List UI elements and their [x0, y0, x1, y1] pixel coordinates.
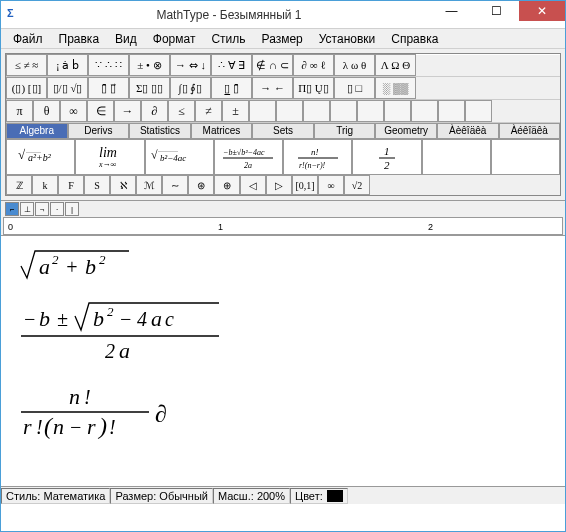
- svg-text:a: a: [151, 306, 162, 331]
- palette-btn-r3-10[interactable]: [276, 100, 303, 122]
- palette-btn-r3-0[interactable]: π: [6, 100, 33, 122]
- palette-btn-r3-1[interactable]: θ: [33, 100, 60, 122]
- menu-format[interactable]: Формат: [145, 30, 204, 48]
- small-btn-2[interactable]: F: [58, 175, 84, 195]
- palette-btn-r2-9[interactable]: ░ ▒▒: [375, 77, 416, 99]
- small-btn-11[interactable]: [0,1]: [292, 175, 318, 195]
- palette-btn-r2-5[interactable]: ▯̲ ▯̄: [211, 77, 252, 99]
- minimize-button[interactable]: —: [429, 1, 474, 21]
- palette-btn-r2-4[interactable]: ∫▯ ∮▯: [170, 77, 211, 99]
- ruler-tab-center[interactable]: ⊥: [20, 202, 34, 216]
- palette-btn-r3-3[interactable]: ∈: [87, 100, 114, 122]
- template-limit[interactable]: limx→∞: [75, 139, 144, 175]
- palette-btn-r3-13[interactable]: [357, 100, 384, 122]
- small-btn-6[interactable]: ∼: [162, 175, 188, 195]
- palette-btn-r3-16[interactable]: [438, 100, 465, 122]
- palette-btn-r2-6[interactable]: → ←: [252, 77, 293, 99]
- tab-àéêîäêà[interactable]: Àéêîäêà: [499, 123, 561, 139]
- template-discriminant[interactable]: √________b²−4ac: [145, 139, 214, 175]
- small-btn-9[interactable]: ◁: [240, 175, 266, 195]
- palette-btn-r3-15[interactable]: [411, 100, 438, 122]
- template-quadratic[interactable]: −b±√b²−4ac2a: [214, 139, 283, 175]
- ruler-tab-right[interactable]: ¬: [35, 202, 49, 216]
- palette-btn-r1-1[interactable]: ¡ ȧ ḃ: [47, 54, 88, 76]
- tab-derivs[interactable]: Derivs: [68, 123, 130, 139]
- svg-text:b: b: [93, 306, 104, 331]
- tab-sets[interactable]: Sets: [252, 123, 314, 139]
- palette-btn-r3-12[interactable]: [330, 100, 357, 122]
- close-button[interactable]: ✕: [519, 1, 565, 21]
- small-btn-10[interactable]: ▷: [266, 175, 292, 195]
- palette-btn-r1-6[interactable]: ∉ ∩ ⊂: [252, 54, 293, 76]
- maximize-button[interactable]: ☐: [474, 1, 519, 21]
- tab-trig[interactable]: Trig: [314, 123, 376, 139]
- palette-btn-r2-2[interactable]: ▯̄ ▯⃗: [88, 77, 129, 99]
- small-btn-0[interactable]: ℤ: [6, 175, 32, 195]
- small-btn-3[interactable]: S: [84, 175, 110, 195]
- palette-btn-r1-3[interactable]: ± • ⊗: [129, 54, 170, 76]
- svg-text:lim: lim: [99, 145, 117, 160]
- template-empty-1[interactable]: [422, 139, 491, 175]
- tab-àèêîäêà[interactable]: Àèêîäêà: [437, 123, 499, 139]
- palette-btn-r1-9[interactable]: Λ Ω Θ: [375, 54, 416, 76]
- palette-btn-r1-8[interactable]: λ ω θ: [334, 54, 375, 76]
- palette-btn-r1-2[interactable]: ∵ ∴ ∷: [88, 54, 129, 76]
- menu-file[interactable]: Файл: [5, 30, 51, 48]
- small-btn-1[interactable]: k: [32, 175, 58, 195]
- ruler-tab-left[interactable]: ⌐: [5, 202, 19, 216]
- palette-btn-r3-5[interactable]: ∂: [141, 100, 168, 122]
- color-swatch[interactable]: [327, 490, 343, 502]
- ruler-num-0: 0: [8, 222, 13, 232]
- palette-btn-r1-0[interactable]: ≤ ≠ ≈: [6, 54, 47, 76]
- ruler-num-2: 2: [428, 222, 433, 232]
- svg-text:4: 4: [137, 308, 147, 330]
- palette-btn-r1-5[interactable]: ∴ ∀ ∃: [211, 54, 252, 76]
- palette-btn-r3-17[interactable]: [465, 100, 492, 122]
- small-btn-7[interactable]: ⊛: [188, 175, 214, 195]
- palette-btn-r3-6[interactable]: ≤: [168, 100, 195, 122]
- ruler-tab-decimal[interactable]: ·: [50, 202, 64, 216]
- palette-btn-r3-8[interactable]: ±: [222, 100, 249, 122]
- palette-btn-r3-2[interactable]: ∞: [60, 100, 87, 122]
- small-btn-5[interactable]: ℳ: [136, 175, 162, 195]
- palette-btn-r2-0[interactable]: (▯) [▯]: [6, 77, 47, 99]
- palette-btn-r2-8[interactable]: ▯ □: [334, 77, 375, 99]
- palette-btn-r3-14[interactable]: [384, 100, 411, 122]
- tab-geometry[interactable]: Geometry: [375, 123, 437, 139]
- ruler-tab-bar[interactable]: |: [65, 202, 79, 216]
- editor-canvas[interactable]: a2+b2 −b±b2−4ac2a n!r!(n−r)!∂: [1, 236, 565, 486]
- palette-btn-r3-7[interactable]: ≠: [195, 100, 222, 122]
- svg-text:b: b: [85, 254, 96, 279]
- svg-text:b: b: [39, 306, 50, 331]
- equation-3[interactable]: n!r!(n−r)!∂: [19, 382, 547, 448]
- ruler[interactable]: 0 1 2: [3, 217, 563, 235]
- palette-btn-r2-7[interactable]: Π▯ Ų▯: [293, 77, 334, 99]
- template-empty-2[interactable]: [491, 139, 560, 175]
- template-half[interactable]: 12: [352, 139, 421, 175]
- small-btn-12[interactable]: ∞: [318, 175, 344, 195]
- template-sqrt-sum[interactable]: √______a²+b²: [6, 139, 75, 175]
- menu-size[interactable]: Размер: [254, 30, 311, 48]
- template-binomial[interactable]: n!r!(n−r)!: [283, 139, 352, 175]
- small-btn-13[interactable]: √2: [344, 175, 370, 195]
- palette-btn-r3-4[interactable]: →: [114, 100, 141, 122]
- palette-btn-r1-7[interactable]: ∂ ∞ ℓ: [293, 54, 334, 76]
- tab-matrices[interactable]: Matrices: [191, 123, 253, 139]
- equation-2[interactable]: −b±b2−4ac2a: [19, 302, 547, 368]
- menu-edit[interactable]: Правка: [51, 30, 108, 48]
- menu-style[interactable]: Стиль: [203, 30, 253, 48]
- menu-help[interactable]: Справка: [383, 30, 446, 48]
- tab-algebra[interactable]: Algebra: [6, 123, 68, 139]
- palette-btn-r2-1[interactable]: ▯/▯ √▯: [47, 77, 88, 99]
- menu-prefs[interactable]: Установки: [311, 30, 383, 48]
- svg-text:±: ±: [57, 308, 68, 330]
- small-btn-4[interactable]: ℵ: [110, 175, 136, 195]
- palette-btn-r3-9[interactable]: [249, 100, 276, 122]
- palette-btn-r2-3[interactable]: Σ▯ ▯▯: [129, 77, 170, 99]
- small-btn-8[interactable]: ⊕: [214, 175, 240, 195]
- palette-btn-r1-4[interactable]: → ⇔ ↓: [170, 54, 211, 76]
- tab-statistics[interactable]: Statistics: [129, 123, 191, 139]
- equation-1[interactable]: a2+b2: [19, 246, 547, 288]
- palette-btn-r3-11[interactable]: [303, 100, 330, 122]
- menu-view[interactable]: Вид: [107, 30, 145, 48]
